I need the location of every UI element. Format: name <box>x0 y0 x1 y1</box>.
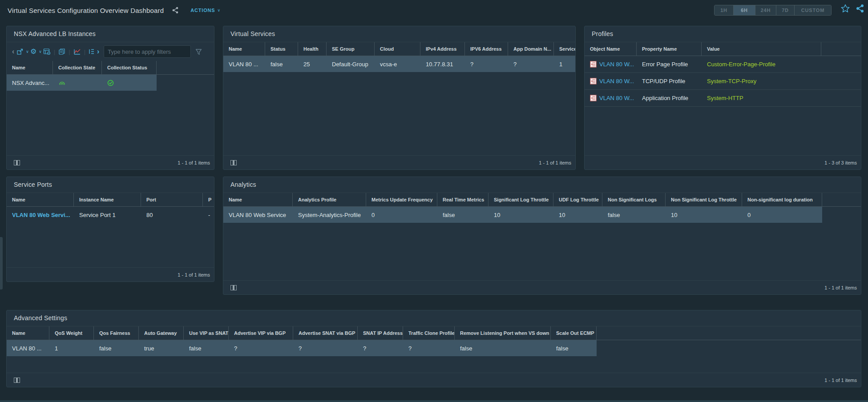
collecting-arc-icon <box>53 75 102 91</box>
column-header-auto-gateway[interactable]: Auto Gateway <box>139 326 184 340</box>
analytics-footer: 1 - 1 of 1 items <box>223 280 861 294</box>
cell-value: System-HTTP <box>702 90 821 106</box>
time-range-7d[interactable]: 7D <box>776 5 794 15</box>
column-header-name[interactable]: Name <box>223 193 293 206</box>
collapsed-panel-handle[interactable] <box>0 237 3 289</box>
column-header-non-significant-logs[interactable]: Non Significant Logs <box>602 193 666 206</box>
panel-title: Advanced Settings <box>7 310 861 326</box>
chevron-down-icon[interactable]: ∨ <box>39 49 42 54</box>
column-picker-icon[interactable] <box>230 160 237 165</box>
column-picker-icon[interactable] <box>14 160 20 165</box>
gear-icon[interactable]: ⚙ <box>30 48 36 55</box>
cell-cut: - <box>203 207 214 223</box>
column-header-metrics-update-frequency[interactable]: Metrics Update Frequency <box>366 193 437 206</box>
column-header-name[interactable]: Name <box>7 61 53 74</box>
chevron-down-icon[interactable]: ∨ <box>26 49 29 54</box>
table-row-analytics[interactable]: VLAN 80 Web Service System-Analytics-Pro… <box>223 207 822 223</box>
panel-advanced-settings: Advanced Settings Name QoS Weight Qos Fa… <box>6 310 861 387</box>
share-nodes-icon[interactable] <box>856 4 864 15</box>
column-header-cloud[interactable]: Cloud <box>375 42 420 56</box>
column-header-non-significant-log-throttle[interactable]: Non Significant Log Throttle <box>666 193 742 206</box>
copy-pages-icon[interactable] <box>58 48 65 55</box>
column-header-port[interactable]: Port <box>141 193 203 206</box>
cell-name-link[interactable]: VLAN 80 Web Servi... <box>7 207 74 223</box>
share-icon[interactable] <box>172 7 179 14</box>
time-range-custom[interactable]: CUSTOM <box>794 5 831 15</box>
table-row-profile[interactable]: VLAN 80 W... Application Profile System-… <box>585 90 861 107</box>
cell-status: false <box>265 56 298 72</box>
cell-ipv4: 10.77.8.31 <box>420 56 465 72</box>
column-header-service-engines[interactable]: Service E <box>554 42 575 56</box>
column-header-collection-status[interactable]: Collection Status <box>102 61 157 74</box>
cell-ipv6: ? <box>465 56 508 72</box>
table-row-profile[interactable]: VLAN 80 W... Error Page Profile Custom-E… <box>585 56 861 73</box>
cell-object-name: VLAN 80 W... <box>585 90 637 106</box>
scroll-right-icon[interactable]: › <box>97 48 99 55</box>
column-header-advertise-vip-via-bgp[interactable]: Advertise VIP via BGP <box>229 326 293 340</box>
object-link[interactable]: VLAN 80 W... <box>599 78 634 84</box>
cell-non-significant-log-throttle: 10 <box>666 207 742 223</box>
column-header-qos-weight[interactable]: QoS Weight <box>49 326 94 340</box>
column-header-use-vip-as-snat[interactable]: Use VIP as SNAT <box>184 326 229 340</box>
column-header-collection-state[interactable]: Collection State <box>53 61 102 74</box>
widget-config-icon[interactable] <box>43 48 51 55</box>
column-header-name[interactable]: Name <box>223 42 265 56</box>
list-view-icon[interactable] <box>89 48 95 55</box>
pagination-text: 1 - 3 of 3 items <box>824 160 857 165</box>
cell-health: 25 <box>298 56 327 72</box>
table-row-profile[interactable]: VLAN 80 W... TCP/UDP Profile System-TCP-… <box>585 73 861 90</box>
column-header-app-domain[interactable]: App Domain N... <box>508 42 554 56</box>
table-row-virtual-service[interactable]: VLAN 80 ... false 25 Default-Group vcsa-… <box>223 56 575 72</box>
time-range-1h[interactable]: 1H <box>715 5 733 15</box>
column-picker-icon[interactable] <box>14 378 20 383</box>
column-header-analytics-profile[interactable]: Analytics Profile <box>293 193 366 206</box>
column-header-status[interactable]: Status <box>265 42 298 56</box>
cell-port: 80 <box>141 207 203 223</box>
column-header-real-time-metrics[interactable]: Real Time Metrics <box>437 193 489 206</box>
column-header-udf-log-throttle[interactable]: UDF Log Throttle <box>553 193 602 206</box>
column-header-object-name[interactable]: Object Name <box>585 42 637 56</box>
open-in-window-icon[interactable] <box>16 48 24 55</box>
cell-object-name: VLAN 80 W... <box>585 73 637 89</box>
column-header-name[interactable]: Name <box>7 193 74 206</box>
filter-input[interactable] <box>104 45 191 58</box>
actions-menu-button[interactable]: ACTIONS ∨ <box>190 8 221 13</box>
column-header-instance-name[interactable]: Instance Name <box>74 193 141 206</box>
column-header-scale-out-ecmp[interactable]: Scale Out ECMP <box>551 326 597 340</box>
cell-property-name: Error Page Profile <box>637 56 702 72</box>
table-row-advanced-settings[interactable]: VLAN 80 ... 1 false true false ? ? ? ? f… <box>7 340 597 356</box>
column-header-remove-listening-port[interactable]: Remove Listening Port when VS down <box>455 326 551 340</box>
column-header-ipv4[interactable]: IPv4 Address <box>420 42 465 56</box>
object-link[interactable]: VLAN 80 W... <box>599 61 634 68</box>
column-header-non-significant-log-duration[interactable]: Non-significant log duration <box>742 193 822 206</box>
time-range-24h[interactable]: 24H <box>755 5 776 15</box>
column-header-value[interactable]: Value <box>702 42 821 56</box>
filter-funnel-icon[interactable] <box>195 48 202 56</box>
column-header-snat-ip-address[interactable]: SNAT IP Address <box>358 326 403 340</box>
pagination-text: 1 - 1 of 1 items <box>824 378 857 383</box>
cell-advertise-vip-via-bgp: ? <box>229 340 293 356</box>
pagination-text: 1 - 1 of 1 items <box>178 160 210 165</box>
column-picker-icon[interactable] <box>230 285 237 290</box>
column-header-filler <box>821 42 861 56</box>
column-header-cut[interactable]: P <box>203 193 214 206</box>
column-header-health[interactable]: Health <box>298 42 327 56</box>
column-header-qos-fairness[interactable]: Qos Fairness <box>94 326 139 340</box>
vs-footer: 1 - 1 of 1 items <box>223 155 575 169</box>
time-range-6h[interactable]: 6H <box>733 5 755 15</box>
object-link[interactable]: VLAN 80 W... <box>599 95 634 101</box>
scroll-left-icon[interactable]: ‹ <box>12 48 14 55</box>
column-header-advertise-snat-via-bgp[interactable]: Advertise SNAT via BGP <box>293 326 358 340</box>
column-header-se-group[interactable]: SE Group <box>327 42 375 56</box>
column-header-property-name[interactable]: Property Name <box>637 42 702 56</box>
metric-chart-icon[interactable] <box>73 48 81 55</box>
vs-table-header: Name Status Health SE Group Cloud IPv4 A… <box>223 42 575 56</box>
panel-profiles: Profiles Object Name Property Name Value… <box>584 26 861 170</box>
column-header-ipv6[interactable]: IPV6 Address <box>465 42 508 56</box>
column-header-traffic-clone-profile[interactable]: Traffic Clone Profile <box>403 326 455 340</box>
table-row-service-port[interactable]: VLAN 80 Web Servi... Service Port 1 80 - <box>7 207 214 223</box>
star-icon[interactable] <box>840 4 850 15</box>
column-header-significant-log-throttle[interactable]: Significant Log Throttle <box>489 193 553 206</box>
table-row-nsx-instance[interactable]: NSX Advanc... <box>7 75 157 91</box>
column-header-name[interactable]: Name <box>7 326 49 340</box>
